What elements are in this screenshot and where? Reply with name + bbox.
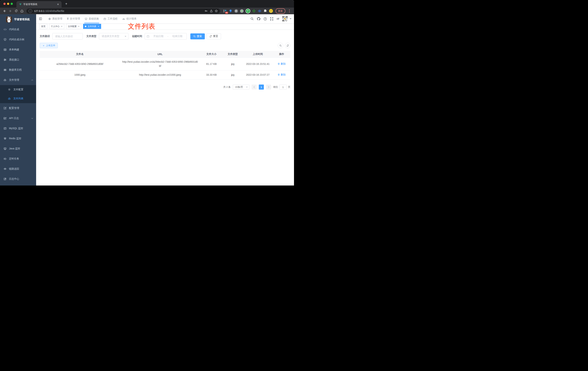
close-icon[interactable]: ✕ bbox=[78, 25, 79, 28]
upload-file-button[interactable]: ＋ 上传文件 bbox=[40, 43, 58, 48]
avatar-caret-icon[interactable] bbox=[290, 18, 292, 19]
page-size-select[interactable]: 10条/页 bbox=[233, 85, 249, 90]
forward-icon[interactable] bbox=[8, 8, 13, 14]
sidebar-item-label: MySQL 监控 bbox=[9, 127, 23, 130]
sidebar-item-log-center[interactable]: 日志中心 bbox=[0, 174, 36, 184]
sidebar-item-label: Redis 监控 bbox=[9, 137, 21, 140]
tab-title: 芋道管理系统 bbox=[23, 3, 55, 6]
browser-window: 芋道管理系统 ✕ + i 127.0.0.1:1024/infra/file/f… bbox=[0, 0, 294, 186]
extension-grid-icon[interactable]: 11 bbox=[223, 9, 227, 13]
site-info-icon[interactable]: i bbox=[29, 9, 32, 13]
goto-page-input[interactable] bbox=[279, 85, 287, 90]
next-page-button[interactable] bbox=[266, 85, 271, 90]
sidebar-item-system-api[interactable]: 系统接口 bbox=[0, 55, 36, 65]
tags-bar: 首页 个人中心✕ 文件配置✕ 文件列表✕ bbox=[36, 23, 294, 30]
upload-button-label: 上传文件 bbox=[46, 44, 55, 47]
col-file-size: 文件大小 bbox=[200, 51, 223, 58]
share-icon[interactable] bbox=[209, 9, 214, 13]
date-range-picker[interactable]: 开始日期 - 结束日期 bbox=[145, 33, 187, 40]
file-path-input[interactable] bbox=[52, 33, 83, 40]
browser-menu-icon[interactable] bbox=[289, 9, 290, 12]
cell-file-type: jpg bbox=[223, 58, 243, 70]
close-icon[interactable]: ✕ bbox=[61, 25, 63, 28]
help-icon[interactable] bbox=[263, 17, 267, 21]
monitor-icon bbox=[4, 147, 7, 150]
top-menu-payment[interactable]: ¥ 支付管理 bbox=[65, 14, 82, 23]
sidebar-item-redis-monitor[interactable]: Redis 监控 bbox=[0, 134, 36, 144]
zoom-window-button[interactable] bbox=[11, 3, 13, 5]
refresh-table-icon[interactable] bbox=[285, 43, 290, 48]
delete-button[interactable]: 删除 bbox=[278, 73, 286, 77]
eye-icon bbox=[4, 168, 7, 170]
reset-button[interactable]: 重置 bbox=[207, 33, 221, 39]
extension-pin-icon[interactable] bbox=[229, 9, 232, 13]
sidebar-item-file-list[interactable]: 文件列表 bbox=[0, 94, 36, 103]
sidebar-item-code-demo[interactable]: 代码生成示例 bbox=[0, 34, 36, 45]
sidebar-item-mysql-monitor[interactable]: MySQL 监控 bbox=[0, 123, 36, 134]
extension-star-icon[interactable] bbox=[252, 9, 256, 13]
browser-tab[interactable]: 芋道管理系统 ✕ bbox=[16, 1, 62, 8]
table-header-row: 文件名 URL 文件大小 文件类型 上传时间 操作 bbox=[40, 51, 290, 58]
url-text[interactable]: 127.0.0.1:1024/infra/file/file bbox=[34, 10, 204, 12]
top-menu-system[interactable]: 系统管理 bbox=[46, 14, 65, 23]
tag-profile[interactable]: 个人中心✕ bbox=[49, 24, 64, 29]
top-menu-reports[interactable]: 统计报表 bbox=[120, 14, 139, 23]
search-button[interactable]: 搜索 bbox=[190, 33, 205, 39]
sidebar-item-config-management[interactable]: 配置管理 bbox=[0, 103, 36, 113]
sidebar-item-file-config[interactable]: 文件配置 bbox=[0, 85, 36, 94]
extension-y-icon[interactable]: Y bbox=[246, 9, 250, 13]
sidebar-item-api-log[interactable]: API 日志 bbox=[0, 113, 36, 123]
sidebar-item-form-builder[interactable]: 表单构建 bbox=[0, 45, 36, 55]
font-size-icon[interactable]: тT bbox=[276, 17, 279, 21]
sidebar-item-tracing[interactable]: 链路追踪 bbox=[0, 164, 36, 174]
password-key-icon[interactable] bbox=[204, 9, 209, 13]
search-icon[interactable] bbox=[251, 17, 254, 21]
extension-emoji-icon[interactable] bbox=[269, 9, 273, 13]
minimize-window-button[interactable] bbox=[7, 3, 9, 5]
reload-icon[interactable] bbox=[13, 8, 19, 14]
tag-label: 首页 bbox=[41, 25, 45, 28]
close-icon[interactable]: ✕ bbox=[97, 25, 99, 28]
app-root: 芋道管理系统 代码生成 代码生成示例 表单构建 系统接口 数据库文档 bbox=[0, 14, 294, 186]
delete-button[interactable]: 删除 bbox=[278, 62, 286, 66]
tab-close-icon[interactable]: ✕ bbox=[56, 3, 60, 6]
home-icon[interactable] bbox=[19, 8, 25, 14]
github-icon[interactable] bbox=[257, 17, 260, 21]
url-bar[interactable]: i 127.0.0.1:1024/infra/file/file bbox=[26, 9, 220, 13]
shield-check-icon bbox=[4, 38, 7, 41]
browser-toolbar: i 127.0.0.1:1024/infra/file/file 11 bbox=[0, 8, 294, 14]
show-search-icon[interactable] bbox=[278, 43, 283, 48]
prev-page-button[interactable] bbox=[252, 85, 257, 90]
sidebar-item-file-management[interactable]: 文件管理 bbox=[0, 75, 36, 85]
extension-gray-dot-icon[interactable] bbox=[240, 9, 244, 13]
extensions-puzzle-icon[interactable] bbox=[263, 9, 267, 13]
sidebar-item-db-doc[interactable]: 数据库文档 bbox=[0, 65, 36, 75]
browser-update-button[interactable]: 更新 bbox=[276, 8, 285, 14]
top-menu-label: 统计报表 bbox=[126, 17, 136, 21]
sidebar-logo-row[interactable]: 芋道管理系统 bbox=[0, 14, 36, 24]
url-host: 127.0.0.1 bbox=[34, 10, 44, 12]
fullscreen-icon[interactable] bbox=[270, 17, 273, 21]
file-type-select[interactable]: 请选择文件类型 bbox=[99, 33, 128, 40]
close-window-button[interactable] bbox=[3, 3, 6, 5]
avatar-qr-image[interactable] bbox=[282, 16, 288, 21]
top-menu-infrastructure[interactable]: 基础设施 bbox=[82, 14, 101, 23]
file-type-placeholder: 请选择文件类型 bbox=[102, 35, 119, 38]
sidebar-item-scheduled-tasks[interactable]: 定时任务 bbox=[0, 154, 36, 164]
sidebar-item-java-monitor[interactable]: Java 监控 bbox=[0, 144, 36, 154]
back-icon[interactable] bbox=[2, 8, 7, 14]
top-menu-workflow[interactable]: 工作流程 bbox=[101, 14, 120, 23]
bookmark-star-icon[interactable] bbox=[214, 9, 219, 13]
cell-file-size: 33.33 KB bbox=[200, 70, 223, 79]
tag-file-list[interactable]: 文件列表✕ bbox=[83, 24, 101, 29]
sidebar-item-code-generator[interactable]: 代码生成 bbox=[0, 24, 36, 34]
sidebar-item-label: Java 监控 bbox=[9, 147, 20, 150]
sidebar-fold-icon[interactable] bbox=[36, 17, 43, 21]
tag-file-config[interactable]: 文件配置✕ bbox=[66, 24, 81, 29]
new-tab-button[interactable]: + bbox=[64, 1, 69, 6]
chevron-down-icon bbox=[31, 118, 33, 119]
tag-home[interactable]: 首页 bbox=[39, 24, 47, 29]
extension-eye-icon[interactable] bbox=[258, 9, 262, 13]
extension-command-icon[interactable] bbox=[234, 9, 238, 13]
current-page-button[interactable]: 1 bbox=[259, 85, 264, 90]
